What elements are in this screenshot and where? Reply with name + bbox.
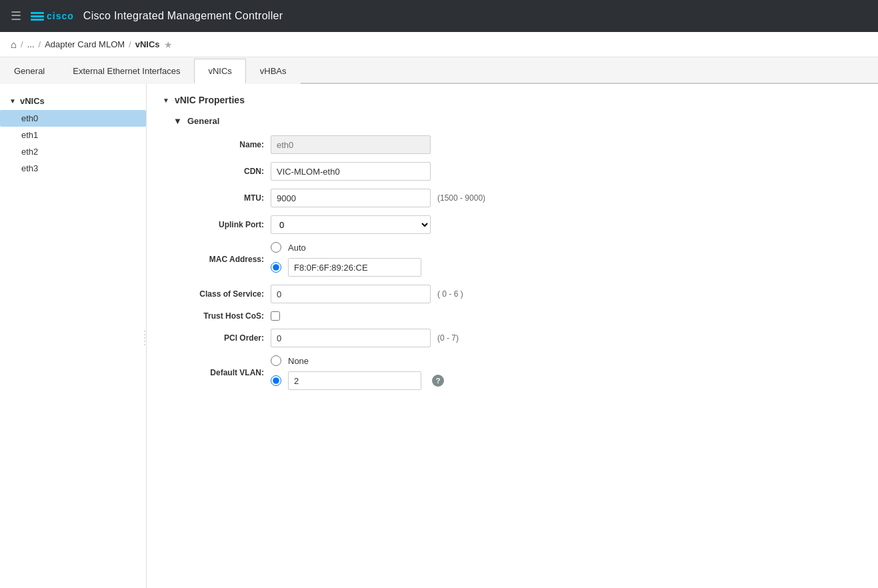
uplink-port-row: Uplink Port: 0 1 — [184, 215, 862, 234]
tab-vnics[interactable]: vNICs — [194, 59, 245, 84]
breadcrumb-sep1: / — [21, 39, 23, 49]
cdn-row: CDN: — [184, 162, 862, 181]
section-title: vNIC Properties — [175, 95, 245, 105]
main-content: ▼ vNICs eth0 eth1 eth2 eth3 ▼ vNIC Prope… — [0, 84, 878, 588]
pci-order-label: PCI Order: — [184, 333, 271, 343]
vnic-properties-header[interactable]: ▼ vNIC Properties — [163, 95, 862, 105]
resize-handle[interactable] — [143, 84, 146, 588]
subsection-arrow-icon: ▼ — [173, 116, 182, 126]
cisco-bars-icon — [31, 12, 44, 21]
trust-host-cos-row: Trust Host CoS: — [184, 311, 862, 321]
breadcrumb-sep2: / — [39, 39, 41, 49]
sidebar-item-eth0[interactable]: eth0 — [0, 110, 146, 127]
cdn-label: CDN: — [184, 167, 271, 176]
tab-vhbas[interactable]: vHBAs — [246, 59, 301, 84]
default-vlan-radio-group: None ? — [271, 355, 444, 390]
mac-manual-row — [271, 258, 421, 277]
breadcrumb: ⌂ / ... / Adapter Card MLOM / vNICs ★ — [0, 32, 878, 57]
navbar-title: Cisco Integrated Management Controller — [83, 10, 283, 22]
tabs-bar: General External Ethernet Interfaces vNI… — [0, 57, 878, 84]
resize-dots-icon — [144, 331, 145, 345]
mac-auto-row: Auto — [271, 242, 421, 253]
breadcrumb-ellipsis[interactable]: ... — [27, 39, 35, 49]
cdn-input[interactable] — [271, 162, 431, 181]
pci-order-row: PCI Order: (0 - 7) — [184, 329, 862, 347]
vlan-value-input[interactable] — [288, 371, 421, 390]
mac-auto-label: Auto — [288, 243, 306, 253]
mac-auto-radio[interactable] — [271, 242, 281, 253]
general-subsection-header[interactable]: ▼ General — [173, 116, 862, 126]
sidebar-item-eth3[interactable]: eth3 — [0, 160, 146, 177]
mac-manual-radio[interactable] — [271, 262, 281, 273]
vlan-none-radio[interactable] — [271, 355, 281, 366]
pci-order-input[interactable] — [271, 329, 431, 347]
name-row: Name: — [184, 135, 862, 154]
mac-value-input[interactable] — [288, 258, 421, 277]
navbar: ☰ cisco Cisco Integrated Management Cont… — [0, 0, 878, 32]
breadcrumb-sep3: / — [129, 39, 131, 49]
vlan-none-label: None — [288, 356, 309, 366]
cisco-logo: cisco — [31, 11, 74, 21]
sidebar-section-label: vNICs — [20, 96, 45, 106]
name-label: Name: — [184, 140, 271, 149]
cos-hint: ( 0 - 6 ) — [437, 289, 463, 299]
sidebar-arrow-icon: ▼ — [9, 97, 16, 105]
tab-general[interactable]: General — [0, 59, 59, 84]
subsection-title: General — [187, 116, 219, 126]
breadcrumb-adapter[interactable]: Adapter Card MLOM — [45, 39, 125, 49]
pci-order-hint: (0 - 7) — [437, 333, 459, 343]
trust-host-cos-label: Trust Host CoS: — [184, 311, 271, 321]
home-icon[interactable]: ⌂ — [11, 39, 17, 50]
sidebar-item-eth2[interactable]: eth2 — [0, 143, 146, 160]
vlan-none-row: None — [271, 355, 444, 366]
mtu-label: MTU: — [184, 193, 271, 203]
tab-external-ethernet[interactable]: External Ethernet Interfaces — [59, 59, 194, 84]
mac-address-radio-group: Auto — [271, 242, 421, 277]
form-content: ▼ vNIC Properties ▼ General Name: CDN: M… — [147, 84, 878, 588]
name-input — [271, 135, 431, 154]
vlan-manual-radio[interactable] — [271, 375, 281, 386]
cisco-text: cisco — [47, 11, 74, 21]
mac-address-row: MAC Address: Auto — [184, 242, 862, 277]
sidebar-section-vnics[interactable]: ▼ vNICs — [0, 92, 146, 110]
sidebar: ▼ vNICs eth0 eth1 eth2 eth3 — [0, 84, 147, 588]
menu-icon[interactable]: ☰ — [11, 9, 21, 23]
cos-row: Class of Service: ( 0 - 6 ) — [184, 285, 862, 303]
breadcrumb-star[interactable]: ★ — [164, 39, 173, 50]
mtu-row: MTU: (1500 - 9000) — [184, 189, 862, 207]
vlan-help-icon[interactable]: ? — [432, 375, 444, 387]
sidebar-item-eth1[interactable]: eth1 — [0, 127, 146, 143]
mac-address-label: MAC Address: — [184, 255, 271, 264]
section-arrow-icon: ▼ — [163, 97, 169, 104]
mtu-hint: (1500 - 9000) — [437, 193, 485, 203]
uplink-port-label: Uplink Port: — [184, 220, 271, 229]
cos-input[interactable] — [271, 285, 431, 303]
form-table: Name: CDN: MTU: (1500 - 9000) Uplink Por… — [184, 135, 862, 390]
default-vlan-row: Default VLAN: None ? — [184, 355, 862, 390]
cos-label: Class of Service: — [184, 289, 271, 299]
trust-host-cos-checkbox[interactable] — [271, 311, 280, 321]
mtu-input[interactable] — [271, 189, 431, 207]
default-vlan-label: Default VLAN: — [184, 368, 271, 377]
uplink-port-select[interactable]: 0 1 — [271, 215, 431, 234]
breadcrumb-current: vNICs — [135, 39, 160, 49]
vlan-manual-row: ? — [271, 371, 444, 390]
